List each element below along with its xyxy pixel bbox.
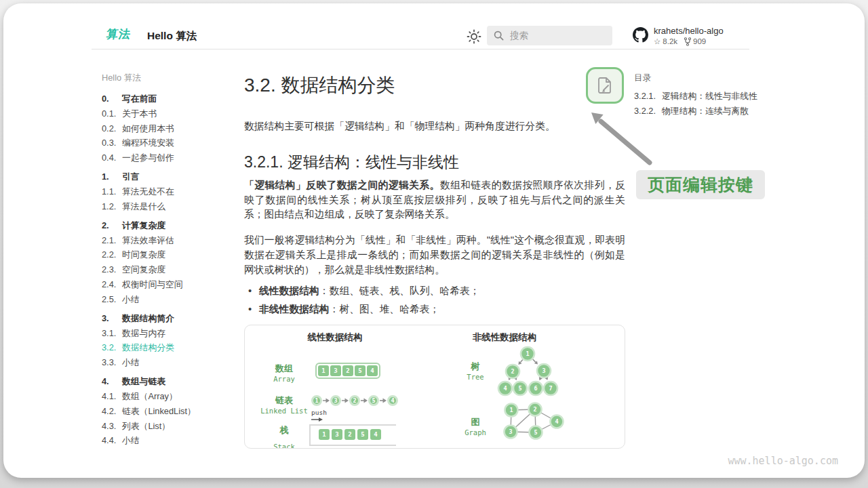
sidebar-item[interactable]: 3.1. 数据与内存 xyxy=(102,329,234,338)
sidebar-item-number: 2.5. xyxy=(102,295,122,304)
site-logo[interactable]: 算法 xyxy=(105,26,132,42)
sidebar-item[interactable]: 0.1. 关于本书 xyxy=(102,109,234,118)
linked-list-nodes: 13254 xyxy=(311,395,398,406)
svg-text:3: 3 xyxy=(542,367,545,374)
sidebar-item[interactable]: 0.2. 如何使用本书 xyxy=(102,124,234,133)
sidebar-item[interactable]: 4.3. 列表（List） xyxy=(102,422,234,430)
sidebar-item[interactable]: 2.3. 空间复杂度 xyxy=(102,265,234,274)
main-content: 3.2. 数据结构分类 数据结构主要可根据「逻辑结构」和「物理结构」两种角度进行… xyxy=(244,65,625,449)
sidebar-item-label: 如何使用本书 xyxy=(122,124,174,133)
sidebar-item-label: 引言 xyxy=(122,172,140,181)
sidebar-item-label: 算法效率评估 xyxy=(122,236,174,245)
stack-cells: 13254 xyxy=(309,424,396,446)
github-stats: ☆ 8.2k 909 xyxy=(654,37,724,47)
linked-list-node: 2 xyxy=(349,395,360,406)
toc-item-label: 逻辑结构：线性与非线性 xyxy=(662,92,757,100)
search-input[interactable] xyxy=(510,30,598,41)
sidebar-item[interactable]: 1.2. 算法是什么 xyxy=(102,202,234,211)
sidebar-item-label: 关于本书 xyxy=(122,109,157,118)
watermark: www.hello-algo.com xyxy=(728,455,838,467)
array-cell: 1 xyxy=(318,365,329,376)
sidebar-item-label: 一起参与创作 xyxy=(122,153,174,162)
sidebar-item-number: 3. xyxy=(102,314,122,323)
array-cells: 13254 xyxy=(315,363,380,379)
array-label-en: Array xyxy=(250,375,318,383)
github-repo-name: krahets/hello-algo xyxy=(654,26,724,37)
sidebar-item[interactable]: 0.4. 一起参与创作 xyxy=(102,153,234,162)
tree-diagram: 1234567 xyxy=(496,344,564,400)
sidebar-item[interactable]: 3.3. 小结 xyxy=(102,358,234,367)
data-structure-figure: 线性数据结构 非线性数据结构 数组 Array 13254 链表 Linked … xyxy=(244,325,625,449)
sidebar-item-label: 空间复杂度 xyxy=(122,265,165,274)
array-cell: 2 xyxy=(344,429,355,440)
sidebar-item-label: 小结 xyxy=(122,295,140,304)
sidebar-item-label: 小结 xyxy=(122,358,140,367)
annotation-label: 页面编辑按键 xyxy=(636,170,765,199)
stack-label-zh: 栈 xyxy=(250,424,318,436)
page-card: 算法 Hello 算法 xyxy=(3,3,865,478)
sidebar-item-number: 1. xyxy=(102,172,122,181)
sidebar-item-label: 编程环境安装 xyxy=(122,138,174,147)
sidebar-item[interactable]: 3. 数据结构简介 xyxy=(102,314,234,323)
array-cell: 5 xyxy=(357,429,368,440)
figure-nonlinear-header: 非线性数据结构 xyxy=(463,331,546,344)
sidebar-item[interactable]: 2.1. 算法效率评估 xyxy=(102,236,234,245)
site-title[interactable]: Hello 算法 xyxy=(147,29,197,43)
toc-item-label: 物理结构：连续与离散 xyxy=(662,106,749,115)
linked-list-node: 3 xyxy=(330,395,341,406)
stack-label-en: Stack xyxy=(250,443,318,449)
array-label-zh: 数组 xyxy=(250,363,318,375)
graph-label-zh: 图 xyxy=(448,416,502,428)
sidebar-item[interactable]: 1.1. 算法无处不在 xyxy=(102,187,234,196)
sidebar-item[interactable]: 3.2. 数据结构分类 xyxy=(102,343,234,352)
star-icon: ☆ xyxy=(654,37,660,47)
array-cell: 4 xyxy=(370,429,381,440)
sidebar-item[interactable]: 0. 写在前面 xyxy=(102,94,234,103)
push-label: push xyxy=(311,409,327,416)
fork-count: 909 xyxy=(693,37,706,47)
arrow-right-icon xyxy=(361,397,368,404)
github-repo-link[interactable]: krahets/hello-algo ☆ 8.2k 909 xyxy=(633,26,724,47)
svg-text:1: 1 xyxy=(526,350,529,357)
push-arrow-icon xyxy=(311,417,323,422)
sidebar-item[interactable]: 2.5. 小结 xyxy=(102,295,234,304)
sidebar-item[interactable]: 4.1. 数组（Array） xyxy=(102,392,234,401)
list-item: 线性数据结构：数组、链表、栈、队列、哈希表； xyxy=(244,283,625,298)
sidebar-item[interactable]: 1. 引言 xyxy=(102,172,234,181)
figure-linear-header: 线性数据结构 xyxy=(298,331,372,344)
sidebar-item-number: 1.1. xyxy=(102,187,122,196)
arrow-right-icon xyxy=(380,397,387,404)
sidebar-item-label: 小结 xyxy=(122,436,140,445)
sidebar-item-number: 2.1. xyxy=(102,236,122,245)
sidebar-item[interactable]: 2. 计算复杂度 xyxy=(102,221,234,230)
svg-text:5: 5 xyxy=(518,385,521,392)
sidebar-nav: Hello 算法 0. 写在前面 0.1. 关于本书 0.2. 如何使用本书 0… xyxy=(102,73,234,451)
sidebar-item-label: 算法是什么 xyxy=(122,202,165,211)
sidebar-item[interactable]: 4.4. 小结 xyxy=(102,436,234,445)
arrow-right-icon xyxy=(342,397,349,404)
sidebar-item-number: 4.2. xyxy=(102,407,122,415)
search-box[interactable] xyxy=(487,26,612,45)
sidebar-item[interactable]: 4.2. 链表（LinkedList） xyxy=(102,407,234,415)
toc-title: 目录 xyxy=(634,73,790,84)
svg-text:1: 1 xyxy=(509,407,513,413)
arrow-right-icon xyxy=(323,397,330,404)
sidebar-item-number: 0. xyxy=(102,94,122,103)
sidebar-item[interactable]: 2.4. 权衡时间与空间 xyxy=(102,280,234,289)
sidebar-item[interactable]: 0.3. 编程环境安装 xyxy=(102,138,234,147)
sidebar-item[interactable]: 2.2. 时间复杂度 xyxy=(102,250,234,259)
brightness-icon xyxy=(466,28,482,45)
svg-text:6: 6 xyxy=(534,385,537,392)
array-cell: 4 xyxy=(367,365,378,376)
toc-item-number: 3.2.1. xyxy=(634,92,656,100)
theme-toggle-button[interactable] xyxy=(466,28,482,45)
list-item: 非线性数据结构：树、图、堆、哈希表； xyxy=(244,302,625,317)
sidebar-item-number: 2. xyxy=(102,221,122,230)
sidebar-item-number: 2.4. xyxy=(102,280,122,289)
svg-text:2: 2 xyxy=(511,368,514,375)
toc-item[interactable]: 3.2.1. 逻辑结构：线性与非线性 xyxy=(634,92,790,100)
svg-text:5: 5 xyxy=(534,429,537,436)
page-edit-button[interactable] xyxy=(586,67,624,104)
sidebar-site-label: Hello 算法 xyxy=(102,73,234,84)
sidebar-item[interactable]: 4. 数组与链表 xyxy=(102,377,234,386)
